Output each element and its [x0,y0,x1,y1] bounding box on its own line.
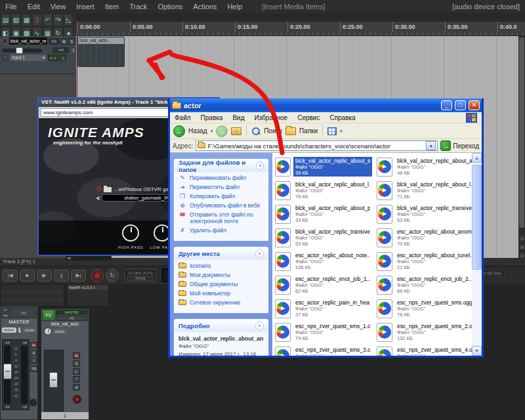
vertical-scrollbar[interactable] [518,36,525,258]
back-button[interactable]: ← [173,125,185,137]
file-tile[interactable]: esc_actor_replic_about_anom... Файл "OGG… [375,226,472,249]
file-tile[interactable]: blck_val_actor_replic_about_a... Файл "O… [375,155,472,178]
track-mute-button[interactable]: M [61,38,68,45]
file-tile[interactable]: blck_val_actor_replic_about_p... Файл "O… [274,202,373,226]
task-item[interactable]: ➔ Переместить файл [178,184,265,190]
send-master-label[interactable]: MASTER [56,310,88,315]
track-fold-button[interactable]: ^ [2,54,9,61]
views-icon[interactable] [327,127,337,135]
toolbar-button-icon[interactable]: ↶ [43,14,52,26]
file-tile[interactable]: esc_nps_zver_quest_sms_4.ogg Файл "OGG" … [375,344,472,356]
place-item[interactable]: Мои документы [178,272,265,278]
menu-options[interactable]: Options [158,3,182,10]
file-tile[interactable]: blck_val_actor_replic_about_l... Файл "O… [375,178,472,202]
track-pan-knob[interactable] [44,327,52,335]
mixer-button[interactable]: ø [73,384,80,390]
places-header[interactable]: Другие места « [175,247,268,260]
master-io-button[interactable]: I/O [10,307,37,318]
track-fx-button[interactable]: F X [48,54,58,61]
menu-favorites[interactable]: Избранное [254,114,287,121]
global-automation-button[interactable]: GLOBAL AUTO NONE [125,269,156,282]
menu-item[interactable]: Item [105,3,119,10]
explorer-titlebar[interactable]: actor _ □ ✕ [170,98,482,112]
transport-button[interactable]: |◀ [3,270,18,282]
menu-insert[interactable]: Insert [76,3,94,10]
track-io-button[interactable]: I/O [49,38,59,45]
track-solo-button[interactable]: S [68,38,75,45]
close-button[interactable]: ✕ [469,100,480,110]
file-tile[interactable]: esc_actor_replic_about_note.... Файл "OG… [274,249,373,273]
scrollbar-thumb[interactable] [472,165,482,270]
master-fx-button[interactable]: FX [1,313,10,318]
search-icon[interactable] [251,127,261,136]
mixer-button[interactable]: ^ [30,358,37,364]
track-input-select[interactable]: Input 1▾ [10,54,47,61]
menu-actions[interactable]: Actions [193,3,217,10]
mixer-button[interactable]: TR [30,366,37,372]
file-tile[interactable]: esc_actor_replic_pain_in_hea... Файл "OG… [274,297,373,320]
file-tile[interactable]: esc_actor_replic_about_tunel... Файл "OG… [375,249,472,273]
transport-button[interactable]: ▶ [37,270,52,282]
back-label[interactable]: Назад [188,127,207,135]
scroll-up-icon[interactable]: ▲ [472,153,482,163]
horizontal-zoom-scrollbar[interactable]: ◀ • [66,255,112,261]
folders-label[interactable]: Папки [299,127,318,135]
menu-track[interactable]: Track [129,3,147,10]
scrollbar-thumb[interactable] [519,37,524,228]
task-item[interactable]: ✉ Отправить этот файл по электронной поч… [178,211,265,224]
fx-chain-item[interactable]: NadIR v1.0.2 x [68,285,108,290]
menu-view[interactable]: View [51,3,66,10]
record-arm-icon[interactable] [2,38,8,44]
go-button[interactable]: → Переход [440,140,479,151]
mixer-button[interactable]: S [73,360,80,367]
toolbar-button-icon[interactable]: 1 [32,14,42,26]
place-item[interactable]: Общие документы [178,281,265,287]
forward-button[interactable]: → [216,125,228,137]
explorer-scrollbar[interactable]: ▲ ▼ [472,153,482,356]
collapse-chevron-icon[interactable]: « [255,249,264,258]
master-fader[interactable] [3,364,12,379]
loop-button[interactable]: ↻ [106,269,119,282]
up-button[interactable]: ↑ [231,127,242,135]
zoom-button[interactable]: − [518,235,525,242]
record-button[interactable] [91,269,104,282]
menu-file[interactable]: Файл [175,114,191,121]
track-monitor-button[interactable]: O [60,54,66,61]
transport-button[interactable]: ■ [20,270,35,282]
ir-folder-icon[interactable] [104,187,112,192]
highpass-knob[interactable] [122,224,139,242]
toolbar-button-icon[interactable]: ▧ [11,14,21,26]
toolbar-button-icon[interactable]: ◺ [64,14,74,26]
file-tile[interactable]: blck_val_actor_replic_transive... Файл "… [274,226,373,249]
toolbar-button-icon[interactable]: ▦ [22,14,32,26]
menu-help[interactable]: Справка [329,114,355,121]
menu-file[interactable]: File [5,3,17,10]
place-item[interactable]: Сетевое окружение [178,299,265,306]
chevron-down-icon[interactable]: ▾ [340,129,343,134]
address-input[interactable]: F:\Games\моды на сталк\sounds\characters… [196,140,438,151]
power-icon[interactable]: ⏻ [1,307,10,312]
record-arm-button[interactable] [72,394,82,404]
zoom-button[interactable]: + [518,243,525,251]
toolbar-button-icon[interactable]: ▤ [1,14,10,26]
file-tile[interactable]: esc_nps_zver_quest_sms_3.ogg Файл "OGG" … [274,344,373,356]
meter-menu-button[interactable] [29,398,37,407]
menu-edit[interactable]: Правка [201,114,223,121]
menu-help[interactable]: Help [227,3,242,10]
track-fader[interactable] [49,372,58,388]
timeline-ruler[interactable]: 0:00.000:05.000:10.000:15.000:20.000:25.… [76,22,525,36]
mixer-button[interactable]: S [30,350,37,356]
track-volume-slider[interactable] [2,49,42,52]
track-fx-button[interactable]: FX [42,310,55,321]
file-tile[interactable]: blck_val_actor_replic_transive... Файл "… [375,202,472,226]
collapse-chevron-icon[interactable]: « [256,161,264,170]
task-item[interactable]: ✗ Удалить файл [178,227,265,234]
scroll-down-icon[interactable]: ▼ [472,346,482,356]
file-tile[interactable]: esc_actor_replic_enot_job_2.... Файл "OG… [375,273,472,297]
tasks-header[interactable]: Задачи для файлов и папок « [175,159,268,172]
transport-button[interactable]: || [54,270,69,282]
task-item[interactable]: ✎ Переименовать файл [178,175,265,181]
mixer-button[interactable]: ^ [73,376,80,383]
track-io-button[interactable]: I/O [56,316,88,321]
file-tile[interactable]: blck_val_actor_replic_about_a... Файл "O… [274,155,373,178]
